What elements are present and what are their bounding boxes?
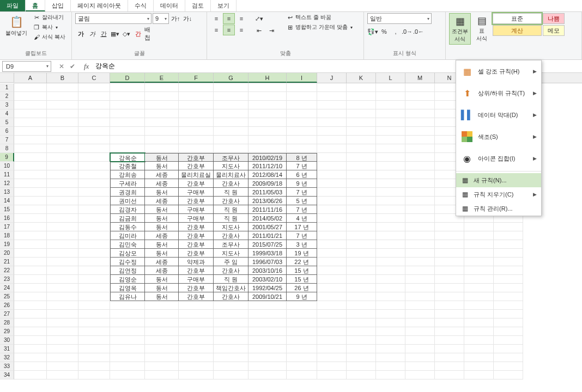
cell[interactable] [110,318,145,327]
cell[interactable] [78,275,110,284]
cell[interactable] [78,353,110,362]
cell[interactable]: 직 원 [214,275,248,284]
cell[interactable] [14,249,47,258]
cell[interactable] [47,292,78,301]
row-header[interactable]: 11 [0,170,14,179]
cell[interactable]: 구매부 [179,188,214,197]
cell[interactable] [376,153,405,162]
cell[interactable] [376,83,405,92]
cell[interactable] [405,266,435,275]
cell[interactable] [464,310,494,318]
col-header-L[interactable]: L [376,73,405,83]
percent-button[interactable]: % [379,26,390,37]
cell[interactable] [287,83,317,92]
cell[interactable] [214,83,248,92]
font-size-combo[interactable]: 9 [153,13,169,24]
cell[interactable] [494,266,523,275]
col-header-A[interactable]: A [14,73,47,83]
row-header[interactable]: 28 [0,318,14,327]
col-header-F[interactable]: F [179,73,214,83]
cell[interactable] [464,318,494,327]
cell[interactable] [347,153,376,162]
cell[interactable] [347,118,376,127]
cell[interactable]: 6 년 [287,170,317,179]
cell[interactable] [494,345,523,353]
cell[interactable] [214,336,248,345]
row-header[interactable]: 14 [0,197,14,205]
cell[interactable] [214,144,248,153]
cell[interactable] [14,127,47,136]
cell[interactable] [110,83,145,92]
cell[interactable]: 2011/12/10 [248,162,287,170]
cell[interactable] [14,118,47,127]
cell[interactable] [347,284,376,292]
cell[interactable] [110,336,145,345]
cf-highlight-rules[interactable]: ▦ 셀 강조 규칙(H) ▶ [456,60,541,82]
style-bad[interactable]: 나쁨 [543,13,565,24]
cell[interactable] [145,92,179,101]
cell[interactable]: 2013/06/26 [248,197,287,205]
select-all-corner[interactable] [0,73,14,83]
align-top-button[interactable]: ≡ [210,13,222,24]
cell[interactable] [405,310,435,318]
cell[interactable] [347,310,376,318]
cell[interactable] [405,353,435,362]
row-header[interactable]: 4 [0,109,14,118]
align-right-button[interactable]: ≡ [235,24,247,35]
cell[interactable] [494,371,523,379]
col-header-E[interactable]: E [145,73,179,83]
row-header[interactable]: 21 [0,258,14,266]
cell[interactable] [47,327,78,336]
row-header[interactable]: 33 [0,362,14,371]
align-bottom-button[interactable]: ≡ [235,13,247,24]
cell[interactable] [435,327,464,336]
cell[interactable] [145,336,179,345]
cell[interactable] [405,284,435,292]
cell[interactable] [47,101,78,109]
cell[interactable] [347,353,376,362]
paste-button[interactable]: 📋 붙여넣기 [3,13,29,38]
cell[interactable]: 간호부 [179,179,214,188]
cell[interactable] [179,318,214,327]
cell[interactable] [145,144,179,153]
cell[interactable]: 간호부 [179,249,214,258]
cell[interactable]: 19 년 [287,249,317,258]
cell[interactable]: 강희송 [110,170,145,179]
cell[interactable] [287,318,317,327]
decrease-decimal-button[interactable]: .0← [413,26,424,37]
cell[interactable] [317,362,347,371]
cell[interactable] [110,144,145,153]
cell[interactable] [376,170,405,179]
cell[interactable] [317,162,347,170]
cell[interactable] [494,275,523,284]
cell[interactable] [110,127,145,136]
cell[interactable] [145,136,179,144]
cell[interactable] [376,301,405,310]
cell[interactable] [494,231,523,240]
cell[interactable] [248,101,287,109]
cell[interactable] [47,127,78,136]
cell[interactable] [287,301,317,310]
cell[interactable] [347,266,376,275]
cell[interactable] [145,109,179,118]
cf-data-bars[interactable]: ▌▌ 데이터 막대(D) ▶ [456,104,541,126]
cell[interactable] [145,371,179,379]
cell[interactable]: 7 년 [287,188,317,197]
cell[interactable] [14,292,47,301]
cell[interactable] [47,301,78,310]
cell[interactable] [347,318,376,327]
cell[interactable] [405,92,435,101]
cell[interactable] [14,136,47,144]
cell[interactable] [14,275,47,284]
cell[interactable]: 김금희 [110,214,145,223]
cell[interactable]: 9 년 [287,292,317,301]
row-header[interactable]: 31 [0,345,14,353]
cell[interactable] [464,240,494,249]
cell[interactable] [435,345,464,353]
cell[interactable] [347,197,376,205]
cell[interactable] [179,353,214,362]
row-header[interactable]: 13 [0,188,14,197]
cell[interactable] [317,249,347,258]
cell[interactable] [78,301,110,310]
cell[interactable]: 세종 [145,258,179,266]
